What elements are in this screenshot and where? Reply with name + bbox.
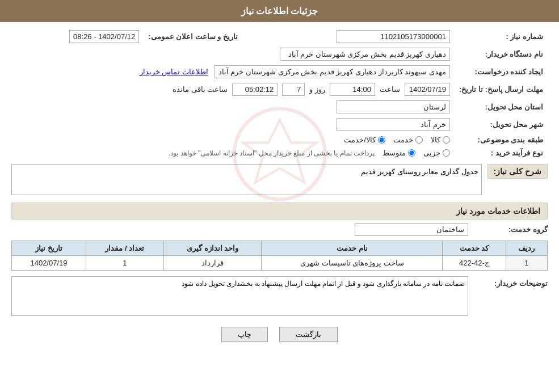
radio-motavaset-input[interactable] (408, 149, 415, 157)
radio-kala-label: کالا (431, 136, 440, 144)
radio-khadamat-input[interactable] (415, 136, 423, 144)
services-section-title: اطلاعات خدمات مورد نیاز (11, 203, 548, 220)
button-row: بازگشت چاپ (11, 327, 548, 342)
shomara-niaz-label: شماره نیاز : (455, 28, 548, 45)
mohlat-date-box: 1402/07/19 (405, 83, 450, 96)
radio-jozei-label: جزیی (423, 149, 440, 157)
bazgasht-button[interactable]: بازگشت (279, 327, 338, 342)
navah-faravanad-label: نوع فرآیند خرید : (455, 146, 548, 159)
ostan-box: لرستان (337, 100, 450, 113)
dastgah-box: دهیاری کهریز قدیم بخش مرکزی شهرستان خرم … (280, 48, 450, 61)
mohlat-roz-box: 7 (282, 83, 305, 96)
radio-kala-khadamat[interactable]: کالا/خدمت (344, 136, 385, 144)
shomara-niaz-box: 1102105173000001 (337, 30, 450, 43)
col-radif: ردیف (506, 241, 547, 256)
shomara-niaz-value: 1102105173000001 (249, 28, 455, 45)
mohlat-saat-box: 14:00 (330, 83, 375, 96)
dastgah-value: دهیاری کهریز قدیم بخش مرکزی شهرستان خرم … (11, 45, 455, 63)
radio-jozei[interactable]: جزیی (423, 149, 450, 157)
mohlat-saat-label: ساعت (380, 85, 400, 94)
shahr-value: خرم آباد (11, 116, 455, 133)
ijad-box: مهدی سیهوند کاربرداز دهیاری کهریز قدیم ب… (215, 65, 450, 78)
tarikh-elan-label: تاریخ و ساعت اعلان عمومی: (144, 28, 249, 45)
mohlat-row: 1402/07/19 ساعت 14:00 روز و 7 05:02:12 س… (11, 81, 455, 98)
table-row: 1ج-42-422ساخت پروژه‌های تاسیسات شهریقرار… (12, 256, 548, 271)
ijad-label: ایجاد کننده درخواست: (455, 63, 548, 81)
page-title: جزئیات اطلاعات نیاز (241, 6, 318, 16)
sharh-label: شرح کلی نیاز: (487, 164, 548, 179)
radio-kala-khadamat-input[interactable] (378, 136, 385, 144)
tozihat-label: توضیحات خریدار: (474, 276, 548, 288)
col-name: نام حدمت (262, 241, 443, 256)
chap-button[interactable]: چاپ (221, 327, 268, 342)
shahr-label: شهر محل تحویل: (455, 116, 548, 133)
faravanad-note: پرداخت تمام یا بخشی از مبلغ خریداز محل "… (169, 149, 375, 157)
col-code: کد حدمت (443, 241, 506, 256)
group-label: گروه خدمت: (474, 225, 548, 234)
ostan-label: استان محل تحویل: (455, 98, 548, 116)
col-count: تعداد / مقدار (86, 241, 163, 256)
ijad-value: مهدی سیهوند کاربرداز دهیاری کهریز قدیم ب… (11, 63, 455, 81)
col-date: تاریخ نیاز (12, 241, 86, 256)
tabagheh-row: کالا خدمت کالا/خدمت (11, 133, 455, 146)
mohlat-remaining-box: 05:02:12 (232, 83, 278, 96)
mohlat-label: مهلت ارسال پاسخ: تا تاریخ: (455, 81, 548, 98)
radio-motavaset[interactable]: متوسط (383, 149, 415, 157)
tabagheh-label: طبقه بندی موضوعی: (455, 133, 548, 146)
page-header: جزئیات اطلاعات نیاز (0, 0, 559, 22)
dastgah-label: نام دستگاه خریدار: (455, 45, 548, 63)
radio-kala-input[interactable] (443, 136, 450, 144)
shahr-box: خرم آباد (337, 118, 450, 131)
group-value: ساختمان (355, 223, 468, 236)
services-table: ردیف کد حدمت نام حدمت واحد اندازه گیری ت… (11, 241, 548, 271)
navah-faravanad-row: جزیی متوسط پرداخت تمام یا بخشی از مبلغ خ… (11, 146, 455, 159)
col-unit: واحد اندازه گیری (163, 241, 262, 256)
tarikh-elan-value: 1402/07/12 - 08:26 (11, 28, 144, 45)
ostan-value: لرستان (11, 98, 455, 116)
radio-kala-khadamat-label: کالا/خدمت (344, 136, 376, 144)
tarikh-elan-box: 1402/07/12 - 08:26 (69, 30, 139, 43)
radio-khadamat[interactable]: خدمت (393, 136, 423, 144)
radio-jozei-input[interactable] (443, 149, 450, 157)
radio-kala[interactable]: کالا (431, 136, 450, 144)
mohlat-roz-label: روز و (309, 85, 325, 94)
mohlat-remaining-label: ساعت باقی مانده (173, 85, 228, 94)
tozihat-textarea[interactable] (11, 276, 468, 316)
radio-khadamat-label: خدمت (393, 136, 413, 144)
sharh-textarea[interactable] (11, 164, 482, 195)
contact-link[interactable]: اطلاعات تماس خریدار (140, 68, 208, 76)
radio-motavaset-label: متوسط (383, 149, 406, 157)
